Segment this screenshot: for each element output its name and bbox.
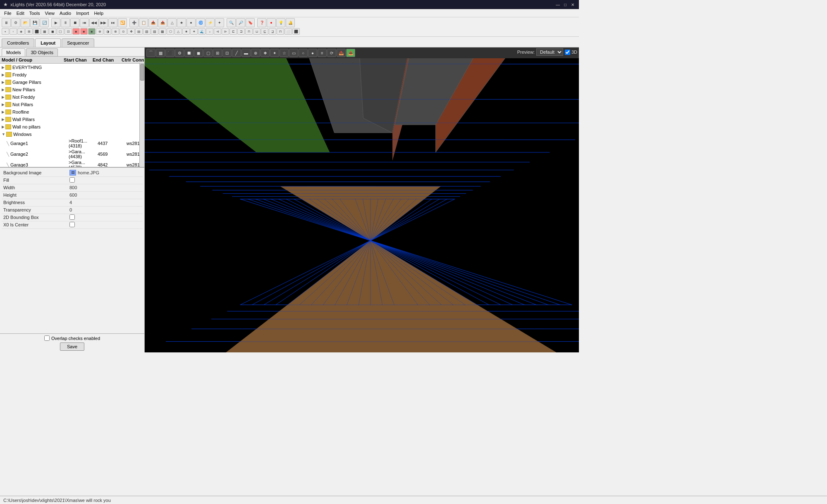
tb-next[interactable]: ▶▶ — [99, 18, 108, 27]
list-item[interactable]: ▶ Garage Pillars — [0, 78, 144, 86]
tb2-b30[interactable]: ⊏ — [229, 28, 237, 35]
tb-pause[interactable]: ⏸ — [61, 18, 70, 27]
tb2-b28[interactable]: ⊲ — [214, 28, 221, 35]
tb-bell[interactable]: 🔔 — [286, 18, 295, 27]
model-list-scrollbar[interactable] — [139, 64, 144, 167]
tb2-b37[interactable]: ⬜ — [284, 28, 292, 35]
tb2-b9[interactable]: ⊡ — [65, 28, 72, 35]
menu-audio[interactable]: Audio — [57, 10, 74, 17]
bounding-checkbox[interactable] — [69, 214, 75, 220]
vp-btn-upload[interactable]: 📤 — [337, 49, 346, 57]
tb2-b24[interactable]: ★ — [182, 28, 190, 35]
tb2-b22[interactable]: ⬡ — [167, 28, 174, 35]
save-button[interactable]: Save — [60, 342, 84, 351]
list-item[interactable]: ▶ New Pillars — [0, 86, 144, 93]
tb2-b33[interactable]: ⊔ — [253, 28, 261, 35]
list-item[interactable]: ▶ Wall no pillars — [0, 123, 144, 131]
tb-import[interactable]: 📥 — [148, 18, 158, 27]
tb-monitor[interactable]: 🖥 — [2, 18, 11, 27]
tb2-b6[interactable]: ▦ — [41, 28, 48, 35]
tb-stop[interactable]: ⏹ — [70, 18, 79, 27]
tb-prev[interactable]: ◀◀ — [89, 18, 98, 27]
tb-loop[interactable]: 🔁 — [118, 18, 127, 27]
tb2-b15[interactable]: ⊗ — [112, 28, 119, 35]
vp-btn-sparkle[interactable]: ✦ — [270, 49, 279, 57]
tb2-b8[interactable]: ▢ — [57, 28, 64, 35]
vp-btn-rotate[interactable]: ⟳ — [327, 49, 336, 57]
vp-btn-plus[interactable]: ⊕ — [251, 49, 260, 57]
preview-select[interactable]: Default — [536, 48, 563, 56]
list-item[interactable]: ▶ Not Pillars — [0, 101, 144, 108]
tb2-b11[interactable]: ■ — [80, 28, 88, 35]
list-item[interactable]: ╲ Garage2 >Gara...(4438) 4569 ws2811 — [0, 149, 144, 159]
vp-btn-gridp[interactable]: ⊞ — [213, 49, 222, 57]
vp-btn-arc[interactable]: ⌒ — [146, 49, 155, 57]
vp-btn-outline2[interactable]: ☆ — [280, 49, 289, 57]
vp-btn-outline[interactable]: ▢ — [203, 49, 213, 57]
vp-btn-gear[interactable]: ⚙ — [175, 49, 184, 57]
vp-btn-circle[interactable]: ○ — [299, 49, 308, 57]
tb-rewind[interactable]: ⏮ — [80, 18, 89, 27]
tb-forward[interactable]: ⏭ — [108, 18, 117, 27]
tb2-b14[interactable]: ◑ — [104, 28, 111, 35]
tb-magnify[interactable]: 🔎 — [236, 18, 245, 27]
tb2-b18[interactable]: ▤ — [135, 28, 143, 35]
x0center-value[interactable] — [68, 222, 143, 228]
vp-btn-grid[interactable]: ▦ — [156, 49, 165, 57]
tb-help[interactable]: ❓ — [257, 18, 266, 27]
vp-btn-square[interactable]: ⬛ — [165, 49, 174, 57]
fill-checkbox[interactable] — [69, 177, 75, 183]
list-item[interactable]: ▶ Roofline — [0, 108, 144, 116]
tb2-b12[interactable]: ■ — [88, 28, 96, 35]
tb2-b13[interactable]: ⊕ — [96, 28, 103, 35]
list-item[interactable]: ▼ Windows — [0, 131, 144, 138]
vp-btn-box[interactable]: 🔲 — [184, 49, 194, 57]
tb-copy[interactable]: 📋 — [139, 18, 148, 27]
tb2-b35[interactable]: ⊒ — [269, 28, 276, 35]
list-item[interactable]: ╲ Garage1 >Roof1...(4318) 4437 ws2811 — [0, 138, 144, 149]
title-bar-controls[interactable]: — □ ✕ — [555, 2, 576, 7]
tb-record[interactable]: ● — [267, 18, 276, 27]
viewport[interactable]: ⌒ ▦ ⬛ ⚙ 🔲 ◼ ▢ ⊞ ⊡ ╱ ▬ ⊕ ❖ ✦ ☆ ▭ ○ ● ≡ ⟳ … — [145, 48, 579, 352]
tab-sequencer[interactable]: Sequencer — [62, 38, 94, 47]
tb2-b36[interactable]: ⊓ — [277, 28, 284, 35]
vp-btn-rect[interactable]: ▭ — [289, 49, 298, 57]
bounding-value[interactable] — [68, 214, 143, 221]
vp-btn-filled-c[interactable]: ● — [308, 49, 317, 57]
vp-btn-dot[interactable]: ⊡ — [222, 49, 232, 57]
3d-checkbox[interactable] — [565, 50, 570, 55]
maximize-button[interactable]: □ — [562, 2, 568, 7]
tb-dot[interactable]: ● — [186, 18, 196, 27]
vp-btn-line[interactable]: ▬ — [241, 49, 251, 57]
tb-play[interactable]: ▶ — [51, 18, 60, 27]
vp-btn-menu[interactable]: ≡ — [318, 49, 327, 57]
scrollbar-thumb[interactable] — [140, 64, 144, 81]
model-list-container[interactable]: ▶ EVERYTHING ▶ Freddy ▶ Garage Pill — [0, 64, 144, 167]
fill-value[interactable] — [68, 177, 143, 183]
tb-search[interactable]: 🔍 — [227, 18, 236, 27]
tb2-b25[interactable]: ✦ — [190, 28, 198, 35]
tb2-b32[interactable]: ⊓ — [245, 28, 253, 35]
tb-r1[interactable]: 🔃 — [40, 18, 49, 27]
vp-btn-filled[interactable]: ◼ — [194, 49, 203, 57]
tb2-b20[interactable]: ▨ — [151, 28, 158, 35]
tb2-b5[interactable]: ⬛ — [33, 28, 41, 35]
list-item[interactable]: ▶ EVERYTHING — [0, 64, 144, 71]
subtab-models[interactable]: Models — [2, 48, 25, 56]
tb2-b31[interactable]: ⊐ — [237, 28, 245, 35]
tb-export[interactable]: 📤 — [158, 18, 167, 27]
tb2-b7[interactable]: ◼ — [49, 28, 56, 35]
tb-bulb[interactable]: 💡 — [276, 18, 285, 27]
menu-import[interactable]: Import — [74, 10, 91, 17]
tb2-b1[interactable]: ▪ — [2, 28, 9, 35]
tb2-b17[interactable]: ❖ — [127, 28, 135, 35]
tb2-b4[interactable]: ⊞ — [25, 28, 33, 35]
menu-help[interactable]: Help — [91, 10, 106, 17]
overlap-checkbox[interactable] — [44, 335, 50, 341]
menu-file[interactable]: File — [2, 10, 14, 17]
tb-fx2[interactable]: ✦ — [215, 18, 224, 27]
vp-btn-star[interactable]: ❖ — [261, 49, 270, 57]
tab-layout[interactable]: Layout — [35, 38, 61, 47]
tb2-b2[interactable]: ▫ — [10, 28, 17, 35]
tb2-b16[interactable]: ⊙ — [120, 28, 127, 35]
